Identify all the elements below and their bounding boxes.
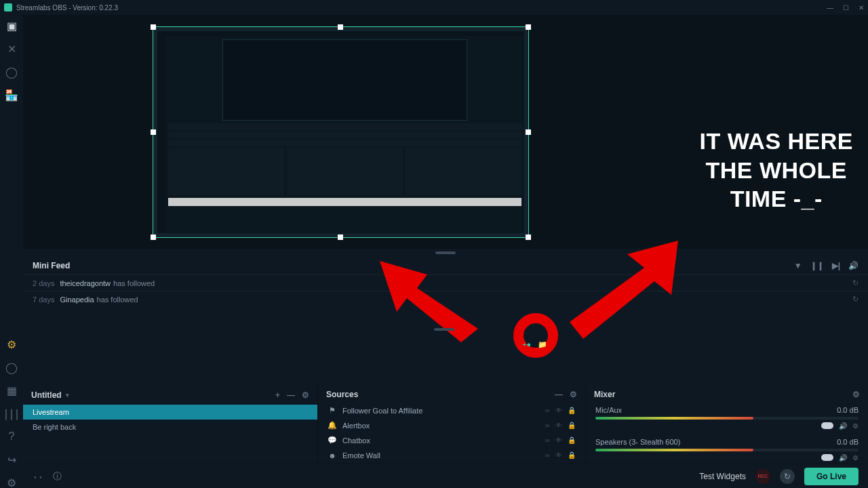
lock-icon[interactable]: 🔒 bbox=[568, 451, 576, 459]
source-label: Alertbox bbox=[342, 422, 370, 430]
store-icon[interactable]: 🏪 bbox=[6, 89, 17, 100]
scene-item[interactable]: Livestream bbox=[23, 405, 317, 420]
channel-settings-icon[interactable]: ⚙ bbox=[852, 454, 859, 462]
info-icon[interactable]: ⓘ bbox=[53, 470, 62, 483]
mixer-channel: Mic/Aux0.0 dB🔊⚙ bbox=[586, 403, 868, 435]
refresh-icon[interactable]: ↻ bbox=[852, 279, 859, 287]
sources-title: Sources bbox=[326, 390, 358, 399]
feed-action: has followed bbox=[97, 296, 138, 304]
mixer-channel: Speakers (3- Stealth 600)0.0 dB🔊⚙ bbox=[586, 435, 868, 467]
mute-icon[interactable]: 🔊 bbox=[839, 454, 847, 462]
resize-handle[interactable] bbox=[151, 235, 156, 240]
resize-handle[interactable] bbox=[526, 24, 531, 30]
left-sidebar: ▣ ✕ ◯ 🏪 ⚙ ◯ ▦ ∣∣∣ ? ↪ ⚙ bbox=[0, 15, 23, 488]
volume-slider[interactable] bbox=[821, 454, 833, 461]
mini-feed-panel: Mini Feed ▼ ❙❙ ▶| 🔊 2 days theicedragont… bbox=[23, 257, 868, 307]
visibility-icon[interactable]: 👁 bbox=[555, 422, 562, 429]
chevron-down-icon[interactable]: ▾ bbox=[66, 392, 69, 399]
resize-handle[interactable] bbox=[151, 129, 156, 135]
source-item[interactable]: ⚑Follower Goal to Affiliate∞👁🔒 bbox=[318, 403, 585, 418]
equalizer-icon[interactable]: ∣∣∣ bbox=[6, 408, 17, 419]
crossed-tools-icon[interactable]: ✕ bbox=[6, 43, 17, 54]
remove-source-icon[interactable]: — bbox=[555, 390, 563, 399]
add-scene-icon[interactable]: + bbox=[275, 390, 280, 400]
scenes-title[interactable]: Untitled bbox=[31, 390, 62, 400]
lock-icon[interactable]: 🔒 bbox=[568, 407, 576, 414]
scene-item[interactable]: Be right back bbox=[23, 420, 317, 434]
chat-icon: 💬 bbox=[328, 436, 337, 445]
pause-icon[interactable]: ❙❙ bbox=[810, 261, 824, 270]
visibility-icon[interactable]: 👁 bbox=[555, 407, 562, 414]
link-icon[interactable]: ∞ bbox=[545, 422, 550, 429]
resize-handle[interactable] bbox=[526, 129, 531, 135]
scene-settings-icon[interactable]: ⚙ bbox=[302, 390, 309, 400]
titlebar: Streamlabs OBS - Version: 0.22.3 — ☐ ✕ bbox=[0, 0, 868, 15]
camera-icon[interactable]: ▣ bbox=[6, 20, 17, 31]
nested-capture-preview bbox=[157, 31, 524, 233]
preview-canvas[interactable]: IT WAS HERETHE WHOLETIME -_- bbox=[23, 15, 868, 249]
volume-icon[interactable]: 🔊 bbox=[848, 261, 859, 270]
maximize-icon[interactable]: ☐ bbox=[843, 4, 849, 12]
selected-source-bounds[interactable] bbox=[153, 26, 529, 238]
minimize-icon[interactable]: — bbox=[827, 4, 833, 12]
visibility-icon[interactable]: 👁 bbox=[555, 436, 562, 444]
help-icon[interactable]: ? bbox=[6, 431, 17, 442]
gear-icon[interactable]: ⚙ bbox=[6, 339, 17, 350]
volume-slider[interactable] bbox=[821, 422, 833, 429]
channel-settings-icon[interactable]: ⚙ bbox=[852, 422, 859, 430]
scene-label: Be right back bbox=[33, 423, 76, 431]
stats-icon[interactable]: ⬪⬪ bbox=[33, 471, 43, 481]
feed-item: 7 days Ginapedia has followed ↻ bbox=[23, 291, 868, 307]
remove-scene-icon[interactable]: — bbox=[287, 390, 295, 400]
feed-item: 2 days theicedragontw has followed ↻ bbox=[23, 274, 868, 291]
test-widgets-button[interactable]: Test Widgets bbox=[699, 472, 746, 481]
app-logo-icon bbox=[4, 3, 12, 12]
visibility-icon[interactable]: 👁 bbox=[555, 451, 562, 459]
settings-icon[interactable]: ⚙ bbox=[6, 477, 17, 488]
source-label: Chatbox bbox=[342, 436, 370, 445]
feed-user: theicedragontw bbox=[60, 279, 111, 287]
feed-time: 7 days bbox=[33, 296, 54, 304]
resize-handle[interactable] bbox=[151, 24, 156, 30]
link-icon[interactable]: ∞ bbox=[545, 407, 550, 414]
scene-label: Livestream bbox=[33, 408, 69, 416]
search-icon[interactable]: ◯ bbox=[6, 66, 17, 77]
mute-icon[interactable]: 🔊 bbox=[839, 422, 847, 430]
replay-button[interactable]: ↻ bbox=[780, 469, 795, 484]
resize-handle[interactable] bbox=[338, 24, 343, 30]
folder-icon[interactable]: 📁 bbox=[538, 340, 547, 349]
feed-action: has followed bbox=[113, 279, 155, 287]
refresh-icon[interactable]: ↻ bbox=[852, 295, 859, 304]
go-live-button[interactable]: Go Live bbox=[804, 468, 859, 485]
lock-icon[interactable]: 🔒 bbox=[568, 436, 576, 444]
lock-icon[interactable]: 🔒 bbox=[568, 422, 576, 429]
emote-icon: ☻ bbox=[328, 451, 337, 460]
window-title: Streamlabs OBS - Version: 0.22.3 bbox=[16, 4, 118, 12]
resize-handle[interactable] bbox=[338, 235, 343, 240]
bell-icon: 🔔 bbox=[328, 421, 337, 430]
record-button[interactable]: REC bbox=[755, 469, 770, 484]
mini-feed-title: Mini Feed bbox=[33, 261, 70, 270]
channel-db: 0.0 dB bbox=[837, 406, 859, 414]
flag-icon: ⚑ bbox=[328, 406, 337, 415]
source-item[interactable]: 🔔Alertbox∞👁🔒 bbox=[318, 418, 585, 433]
filter-icon[interactable]: ▼ bbox=[794, 261, 802, 270]
source-settings-icon[interactable]: ⚙ bbox=[570, 390, 577, 399]
bottom-bar: ⬪⬪ ⓘ Test Widgets REC ↻ Go Live bbox=[23, 464, 868, 488]
panel-resize-handle[interactable] bbox=[435, 251, 456, 254]
add-source-icon[interactable]: +● bbox=[522, 340, 531, 349]
close-icon[interactable]: ✕ bbox=[859, 4, 864, 12]
circle-icon[interactable]: ◯ bbox=[6, 362, 17, 373]
link-icon[interactable]: ∞ bbox=[545, 451, 550, 459]
logout-icon[interactable]: ↪ bbox=[6, 454, 17, 465]
grid-icon[interactable]: ▦ bbox=[6, 385, 17, 396]
channel-name: Speakers (3- Stealth 600) bbox=[595, 438, 680, 446]
resize-handle[interactable] bbox=[526, 235, 531, 240]
channel-db: 0.0 dB bbox=[837, 438, 859, 446]
link-icon[interactable]: ∞ bbox=[545, 436, 550, 444]
source-item[interactable]: ☻Emote Wall∞👁🔒 bbox=[318, 448, 585, 463]
source-item[interactable]: 💬Chatbox∞👁🔒 bbox=[318, 433, 585, 448]
panel-resize-handle[interactable] bbox=[434, 328, 454, 331]
mixer-settings-icon[interactable]: ⚙ bbox=[852, 390, 860, 399]
skip-icon[interactable]: ▶| bbox=[832, 261, 840, 270]
